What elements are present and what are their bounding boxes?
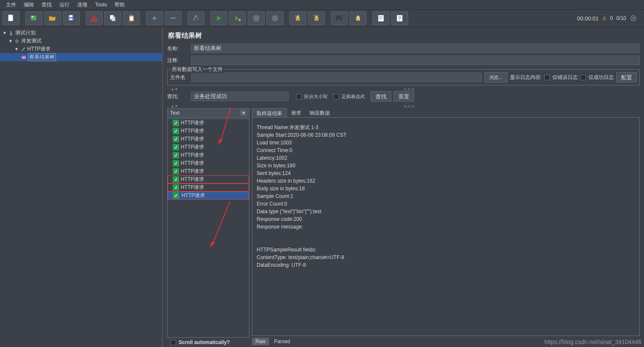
tree-label: 察看结果树 bbox=[28, 53, 56, 61]
result-item[interactable]: HTTP请求 bbox=[168, 151, 249, 159]
regex-checkbox[interactable] bbox=[333, 94, 339, 99]
paste-button[interactable] bbox=[123, 11, 140, 25]
flask-icon bbox=[8, 30, 14, 36]
menu-run[interactable]: 运行 bbox=[56, 0, 73, 9]
success-icon bbox=[173, 128, 179, 134]
tab-response[interactable]: 响应数据 bbox=[305, 108, 334, 117]
result-details[interactable]: Thread Name:并发测试 1-3 Sample Start:2020-0… bbox=[252, 118, 640, 336]
browse-button[interactable]: 浏览... bbox=[484, 72, 507, 82]
results-list[interactable]: HTTP请求HTTP请求HTTP请求HTTP请求HTTP请求HTTP请求HTTP… bbox=[167, 118, 249, 338]
only-success-label: 仅成功日志 bbox=[588, 74, 614, 81]
clear-all-button[interactable] bbox=[308, 11, 325, 25]
scroll-auto-checkbox[interactable] bbox=[171, 340, 176, 345]
success-icon bbox=[173, 160, 179, 166]
result-item[interactable]: HTTP请求 bbox=[168, 175, 249, 183]
drag-handle[interactable]: ▲▼⠶⠶⠶ bbox=[167, 87, 640, 91]
result-item[interactable]: HTTP请求 bbox=[168, 143, 249, 151]
svg-point-23 bbox=[318, 15, 319, 16]
new-button[interactable] bbox=[3, 11, 20, 25]
result-item[interactable]: HTTP请求 bbox=[168, 135, 249, 143]
result-label: HTTP请求 bbox=[181, 119, 204, 127]
only-errors-checkbox[interactable] bbox=[544, 75, 550, 80]
svg-point-7 bbox=[95, 20, 97, 22]
chevron-down-icon: ▼ bbox=[241, 110, 246, 116]
save-button[interactable] bbox=[63, 11, 80, 25]
svg-rect-9 bbox=[112, 17, 115, 21]
tree-label: HTTP请求 bbox=[27, 45, 50, 53]
clear-button[interactable] bbox=[289, 11, 306, 25]
config-button[interactable]: 配置 bbox=[616, 72, 637, 82]
svg-rect-39 bbox=[22, 56, 25, 56]
copy-button[interactable] bbox=[104, 11, 121, 25]
svg-point-22 bbox=[315, 14, 316, 15]
result-item[interactable]: HTTP请求 bbox=[168, 119, 249, 127]
tab-request[interactable]: 请求 bbox=[287, 108, 305, 117]
name-input[interactable] bbox=[191, 44, 640, 53]
test-plan-tree[interactable]: ▼ 测试计划 ▼ 并发测试 ▼ HTTP请求 察看结果树 bbox=[0, 27, 163, 347]
reset-search-button[interactable] bbox=[350, 11, 367, 25]
only-success-checkbox[interactable] bbox=[580, 75, 586, 80]
svg-point-34 bbox=[633, 17, 635, 20]
result-label: HTTP请求 bbox=[181, 160, 204, 167]
filename-input[interactable] bbox=[191, 73, 482, 82]
dropper-icon bbox=[20, 46, 26, 52]
tree-node-threadgroup[interactable]: ▼ 并发测试 bbox=[0, 37, 162, 45]
collapse-button[interactable]: − bbox=[165, 11, 182, 25]
svg-point-16 bbox=[272, 15, 278, 22]
help-button[interactable]: ? bbox=[391, 11, 408, 25]
shutdown-button[interactable] bbox=[266, 11, 283, 25]
cut-button[interactable] bbox=[86, 11, 103, 25]
result-label: HTTP请求 bbox=[181, 184, 204, 191]
drag-handle-2[interactable]: ▲▼⠶⠶⠶ bbox=[167, 104, 640, 108]
svg-point-19 bbox=[298, 15, 299, 16]
tab-parsed[interactable]: Parsed bbox=[271, 338, 294, 345]
success-icon bbox=[173, 168, 179, 175]
toggle-button[interactable] bbox=[188, 11, 204, 25]
svg-rect-17 bbox=[296, 17, 300, 20]
filename-label: 文件名 bbox=[170, 74, 189, 81]
start-no-timers-button[interactable] bbox=[229, 11, 246, 25]
result-item[interactable]: HTTP请求 bbox=[168, 183, 249, 192]
combo-value: Text bbox=[170, 110, 179, 116]
open-button[interactable] bbox=[44, 11, 61, 25]
renderer-combo[interactable]: Text ▼ bbox=[167, 108, 249, 118]
templates-button[interactable] bbox=[25, 11, 42, 25]
result-label: HTTP请求 bbox=[181, 192, 206, 199]
menu-search[interactable]: 查找 bbox=[38, 0, 55, 9]
tab-sampler-result[interactable]: 取样器结果 bbox=[252, 108, 287, 117]
result-item[interactable]: HTTP请求 bbox=[168, 127, 249, 135]
menubar: 文件 编辑 查找 运行 选项 Tools 帮助 bbox=[0, 0, 644, 9]
svg-rect-37 bbox=[23, 47, 25, 49]
menu-tools[interactable]: Tools bbox=[92, 1, 110, 8]
case-checkbox[interactable] bbox=[296, 94, 302, 99]
results-tree-icon bbox=[20, 54, 27, 60]
svg-text:?: ? bbox=[398, 16, 401, 22]
tree-node-listener[interactable]: 察看结果树 bbox=[0, 53, 162, 61]
tree-node-sampler[interactable]: ▼ HTTP请求 bbox=[0, 45, 162, 53]
result-item[interactable]: HTTP请求 bbox=[168, 167, 249, 175]
result-item[interactable]: HTTP请求 bbox=[168, 159, 249, 167]
tab-raw[interactable]: Raw bbox=[252, 338, 269, 345]
panel-title: 察看结果树 bbox=[168, 31, 640, 40]
expand-button[interactable]: + bbox=[146, 11, 163, 25]
svg-rect-5 bbox=[69, 18, 72, 20]
svg-point-14 bbox=[238, 19, 241, 21]
find-button[interactable]: 查找 bbox=[371, 91, 391, 102]
comment-input[interactable] bbox=[191, 56, 640, 65]
tree-node-testplan[interactable]: ▼ 测试计划 bbox=[0, 29, 162, 37]
menu-options[interactable]: 选项 bbox=[74, 0, 91, 9]
success-icon bbox=[173, 120, 179, 126]
menu-help[interactable]: 帮助 bbox=[111, 0, 128, 9]
menu-edit[interactable]: 编辑 bbox=[20, 0, 37, 9]
function-helper-button[interactable] bbox=[372, 11, 389, 25]
start-button[interactable] bbox=[210, 11, 227, 25]
comment-label: 注释: bbox=[167, 57, 188, 64]
thread-count: 0/10 bbox=[616, 15, 626, 21]
menu-file[interactable]: 文件 bbox=[3, 0, 20, 9]
result-item[interactable]: HTTP请求 bbox=[168, 192, 249, 200]
svg-rect-1 bbox=[31, 16, 36, 20]
reset-button[interactable]: 重置 bbox=[394, 91, 414, 102]
search-tree-button[interactable] bbox=[331, 11, 348, 25]
search-input[interactable] bbox=[191, 92, 288, 101]
stop-button[interactable] bbox=[248, 11, 265, 25]
